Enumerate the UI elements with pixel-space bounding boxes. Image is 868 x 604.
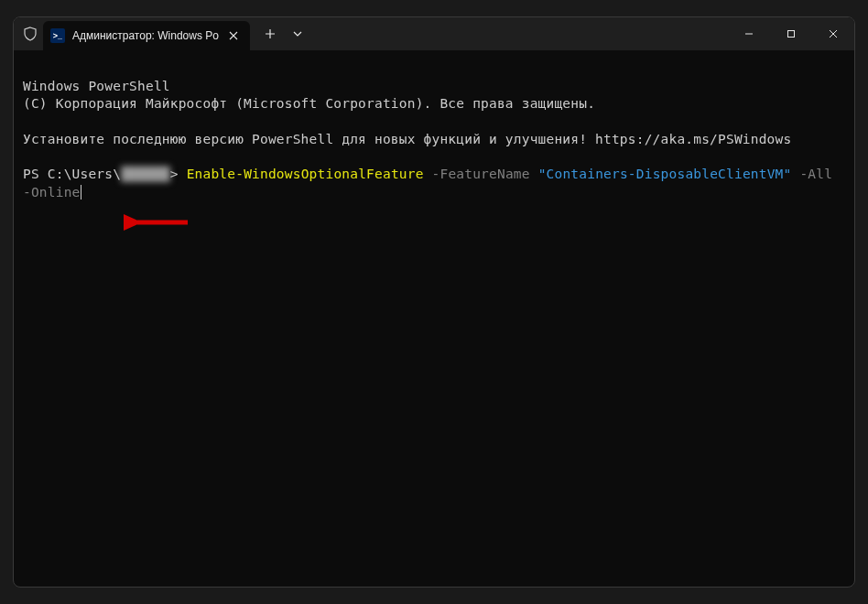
prompt-user-redacted: ██████ [121, 166, 170, 184]
minimize-button[interactable] [728, 17, 770, 50]
titlebar[interactable]: >_ Администратор: Windows Po [14, 17, 854, 50]
cmd-param: -All [791, 167, 841, 181]
cmdlet-name: Enable-WindowsOptionalFeature [187, 167, 424, 181]
svg-rect-0 [788, 31, 795, 38]
cmd-param: -Online [23, 185, 81, 200]
terminal-window: >_ Администратор: Windows Po Windows Pow… [13, 16, 855, 588]
terminal-content[interactable]: Windows PowerShell(C) Корпорация Майкрос… [14, 50, 854, 587]
maximize-button[interactable] [770, 17, 812, 50]
powershell-icon: >_ [50, 28, 65, 43]
output-line: (C) Корпорация Майкрософт (Microsoft Cor… [23, 95, 845, 113]
close-button[interactable] [812, 17, 854, 50]
window-controls [728, 17, 854, 50]
cmd-string: "Containers-DisposableClientVM" [538, 167, 792, 181]
annotation-arrow-icon [124, 209, 197, 236]
output-line: Windows PowerShell [23, 78, 845, 96]
new-tab-button[interactable] [255, 19, 285, 49]
text-cursor [81, 185, 81, 200]
tab-close-button[interactable] [224, 27, 243, 45]
cmd-param: -FeatureName [424, 167, 538, 181]
tab-title: Администратор: Windows Po [72, 29, 224, 42]
prompt-suffix: > [170, 167, 187, 181]
output-line: Установите последнюю версию PowerShell д… [23, 131, 845, 149]
shield-icon [23, 27, 38, 41]
command-line: PS C:\Users\██████> Enable-WindowsOption… [23, 166, 845, 201]
tab-dropdown-button[interactable] [287, 19, 309, 49]
tab-active[interactable]: >_ Администратор: Windows Po [43, 21, 250, 50]
prompt-path: PS C:\Users\ [23, 167, 121, 181]
